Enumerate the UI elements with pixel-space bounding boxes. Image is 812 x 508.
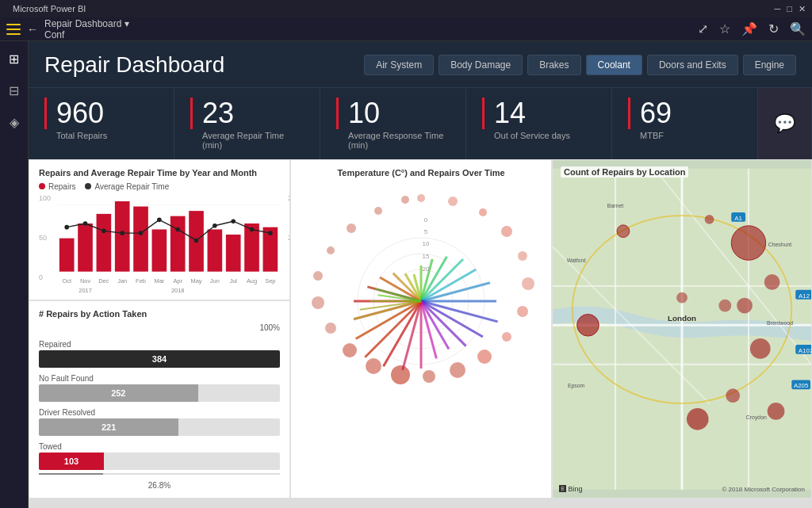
bar-chart-title: Repairs and Average Repair Time by Year … bbox=[39, 168, 280, 178]
action-track-towed: 103 bbox=[39, 453, 280, 470]
filter-tab-doors[interactable]: Doors and Exits bbox=[647, 55, 738, 75]
nav-back-btn[interactable]: ← bbox=[27, 23, 38, 36]
legend-label-repair-time: Average Repair Time bbox=[94, 182, 169, 191]
menu-bar: ← Repair Dashboard ▾ Conf ⤢ ☆ 📌 ↻ 🔍 bbox=[0, 17, 812, 41]
left-sidebar: ⊞ ⊟ ◈ bbox=[0, 41, 29, 508]
hamburger-menu-icon[interactable] bbox=[6, 24, 21, 35]
bookmark-icon[interactable]: ☆ bbox=[719, 21, 730, 36]
action-label-driver: Driver Resolved bbox=[39, 408, 280, 417]
kpi-avg-response-time: 10 Average Response Time (min) bbox=[320, 88, 466, 159]
fullscreen-icon[interactable]: ⤢ bbox=[698, 21, 708, 36]
svg-text:Feb: Feb bbox=[136, 277, 146, 284]
radial-chart-panel: Temperature (C°) and Repairs Over Time bbox=[290, 159, 552, 498]
legend-dot-repair-time bbox=[85, 183, 91, 189]
svg-text:Nov: Nov bbox=[80, 277, 91, 284]
svg-point-45 bbox=[518, 251, 527, 261]
action-label-towed: Towed bbox=[39, 442, 280, 451]
breadcrumb-sub: Conf bbox=[44, 29, 129, 40]
svg-point-20 bbox=[157, 217, 162, 222]
minimize-btn[interactable]: ─ bbox=[775, 4, 781, 13]
action-track-no-fault: 252 bbox=[39, 384, 280, 402]
refresh-icon[interactable]: ↻ bbox=[768, 21, 779, 36]
y-label-100: 100 bbox=[39, 194, 51, 202]
sidebar-icon-model[interactable]: ◈ bbox=[5, 113, 24, 132]
svg-text:2017: 2017 bbox=[79, 286, 92, 293]
svg-point-53 bbox=[366, 358, 381, 374]
filter-tab-engine[interactable]: Engine bbox=[743, 55, 796, 75]
svg-point-57 bbox=[313, 271, 323, 281]
filter-tab-air-system[interactable]: Air System bbox=[364, 55, 434, 75]
svg-point-58 bbox=[327, 246, 335, 254]
sidebar-icon-data[interactable]: ⊟ bbox=[5, 81, 24, 100]
svg-text:Jul: Jul bbox=[229, 277, 237, 284]
svg-rect-6 bbox=[115, 201, 130, 272]
kpi-value-repairs: 960 bbox=[56, 97, 107, 129]
svg-point-43 bbox=[479, 208, 487, 216]
svg-point-52 bbox=[391, 365, 410, 384]
breadcrumb-title[interactable]: Repair Dashboard ▾ bbox=[44, 18, 129, 29]
action-bar-driver: Driver Resolved 221 bbox=[39, 408, 280, 436]
svg-text:10: 10 bbox=[423, 240, 430, 247]
maximize-btn[interactable]: □ bbox=[787, 4, 792, 13]
svg-text:Brentwood: Brentwood bbox=[767, 320, 793, 326]
svg-point-117 bbox=[705, 215, 714, 224]
action-bars: Repaired 384 No Fault Found 252 Driver R… bbox=[39, 340, 280, 470]
svg-point-120 bbox=[676, 292, 688, 303]
map-svg: London Watford Cheshunt Brentwood Epsom … bbox=[553, 160, 811, 498]
svg-rect-4 bbox=[78, 223, 93, 272]
kpi-chat[interactable]: 💬 bbox=[758, 88, 812, 159]
kpi-value-response-time: 10 bbox=[348, 97, 450, 129]
filter-tab-body-damage[interactable]: Body Damage bbox=[439, 55, 523, 75]
svg-point-56 bbox=[312, 296, 324, 309]
svg-point-51 bbox=[423, 370, 435, 383]
svg-point-50 bbox=[450, 362, 465, 378]
map-panel: Count of Repairs by Location bbox=[552, 159, 812, 498]
svg-rect-7 bbox=[133, 206, 148, 271]
svg-point-61 bbox=[401, 196, 409, 204]
legend-label-repairs: Repairs bbox=[48, 182, 75, 191]
svg-text:Oct: Oct bbox=[62, 277, 72, 284]
kpi-mtbf: 69 MTBF bbox=[612, 88, 758, 159]
svg-point-124 bbox=[768, 403, 785, 420]
kpi-label-service-days: Out of Service days bbox=[494, 131, 570, 140]
kpi-label-repair-time: Average Repair Time (min) bbox=[202, 131, 304, 150]
svg-point-18 bbox=[120, 231, 124, 235]
dashboard-title: Repair Dashboard bbox=[44, 52, 351, 78]
svg-point-60 bbox=[374, 207, 382, 215]
kpi-label-repairs: Total Repairs bbox=[56, 131, 107, 140]
dashboard-header: Repair Dashboard Air System Body Damage … bbox=[29, 41, 812, 87]
action-chart-panel: # Repairs by Action Taken 100% Repaired … bbox=[29, 300, 290, 498]
radial-chart-title: Temperature (C°) and Repairs Over Time bbox=[337, 168, 504, 178]
action-chart-title: # Repairs by Action Taken bbox=[39, 309, 280, 319]
bottom-pct-label: 26.8% bbox=[39, 481, 280, 490]
filter-tab-coolant[interactable]: Coolant bbox=[586, 55, 642, 75]
svg-text:Croydon: Croydon bbox=[746, 414, 767, 420]
svg-point-26 bbox=[268, 231, 273, 235]
kpi-label-response-time: Average Response Time (min) bbox=[348, 131, 450, 150]
svg-point-47 bbox=[517, 306, 528, 317]
filter-tab-brakes[interactable]: Brakes bbox=[527, 55, 580, 75]
svg-point-121 bbox=[718, 299, 731, 311]
svg-point-54 bbox=[343, 343, 357, 357]
svg-point-59 bbox=[347, 223, 356, 233]
svg-rect-3 bbox=[59, 238, 75, 271]
svg-text:Epsom: Epsom bbox=[568, 383, 585, 389]
bing-logo: 🅱 Bing bbox=[559, 485, 583, 493]
svg-rect-11 bbox=[208, 229, 223, 271]
action-bar-towed: Towed 103 bbox=[39, 442, 280, 470]
bar-chart-panel: Repairs and Average Repair Time by Year … bbox=[29, 159, 290, 300]
svg-text:5: 5 bbox=[424, 228, 428, 235]
search-icon[interactable]: 🔍 bbox=[790, 21, 806, 36]
svg-text:2018: 2018 bbox=[171, 286, 185, 293]
close-btn[interactable]: ✕ bbox=[799, 4, 806, 14]
legend-dot-repairs bbox=[39, 183, 45, 189]
svg-point-16 bbox=[83, 221, 88, 226]
pin-icon[interactable]: 📌 bbox=[741, 21, 757, 36]
kpi-bar-2 bbox=[190, 97, 193, 129]
svg-point-15 bbox=[64, 224, 69, 229]
sidebar-icon-reports[interactable]: ⊞ bbox=[5, 49, 24, 68]
svg-point-24 bbox=[231, 219, 236, 223]
scroll-bar[interactable] bbox=[29, 498, 812, 508]
svg-rect-5 bbox=[97, 213, 112, 271]
svg-point-41 bbox=[417, 194, 425, 202]
